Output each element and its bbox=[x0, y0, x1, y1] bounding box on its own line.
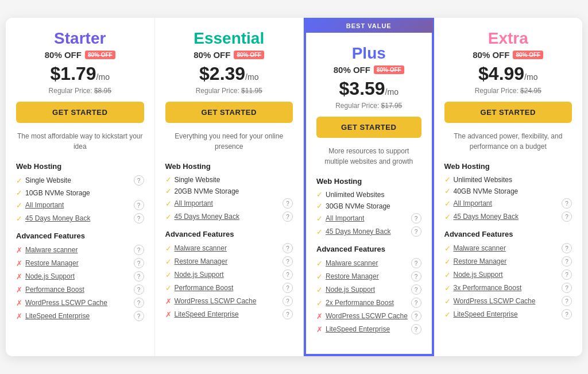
check-icon: ✓ bbox=[444, 244, 451, 253]
info-button[interactable]: ? bbox=[283, 243, 293, 253]
feature-name: All Important bbox=[454, 199, 492, 207]
cta-button-plus[interactable]: GET STARTED bbox=[316, 117, 421, 138]
check-icon: ✓ bbox=[444, 271, 451, 279]
info-button[interactable]: ? bbox=[134, 175, 144, 186]
regular-price-value: $8.95 bbox=[94, 87, 111, 95]
info-button[interactable]: ? bbox=[411, 271, 421, 282]
info-button[interactable]: ? bbox=[411, 324, 421, 334]
info-button[interactable]: ? bbox=[283, 296, 293, 306]
info-button[interactable]: ? bbox=[562, 269, 572, 280]
feature-item: ✓ All Important ? bbox=[165, 198, 293, 209]
cross-icon: ✗ bbox=[16, 299, 22, 307]
feature-left: ✓ 3x Performance Boost bbox=[444, 284, 522, 292]
info-button[interactable]: ? bbox=[562, 296, 572, 306]
feature-item: ✓ Restore Manager ? bbox=[444, 256, 572, 267]
regular-price-value: $17.95 bbox=[381, 102, 403, 110]
feature-left: ✓ 10GB NVMe Storage bbox=[16, 188, 90, 197]
discount-badge-starter: 80% OFF 80% OFF bbox=[16, 50, 144, 60]
discount-badge-plus: 80% OFF 80% OFF bbox=[316, 65, 421, 75]
web-feature-list-starter: ✓ Single Website ? ✓ 10GB NVMe Storage ✓… bbox=[16, 175, 144, 223]
feature-left: ✗ WordPress LSCWP Cache bbox=[16, 299, 107, 307]
feature-left: ✓ Node.js Support bbox=[444, 271, 503, 279]
feature-item: ✓ 10GB NVMe Storage bbox=[16, 188, 144, 197]
info-button[interactable]: ? bbox=[134, 311, 144, 321]
feature-item: ✓ Unlimited Websites bbox=[316, 190, 421, 199]
info-button[interactable]: ? bbox=[562, 211, 572, 222]
feature-item: ✓ 45 Days Money Back ? bbox=[165, 211, 293, 222]
advanced-feature-list-extra: ✓ Malware scanner ? ✓ Restore Manager ? … bbox=[444, 243, 572, 319]
feature-item: ✓ Malware scanner ? bbox=[444, 243, 572, 253]
info-button[interactable]: ? bbox=[134, 271, 144, 282]
plan-desc-extra: The advanced power, flexibility, and per… bbox=[444, 131, 572, 154]
feature-left: ✓ Malware scanner bbox=[316, 259, 378, 268]
feature-name: All Important bbox=[326, 214, 364, 222]
info-button[interactable]: ? bbox=[562, 198, 572, 209]
plan-name-extra: Extra bbox=[444, 29, 572, 48]
info-button[interactable]: ? bbox=[283, 256, 293, 267]
check-icon: ✓ bbox=[444, 284, 451, 292]
feature-item: ✓ Node.js Support ? bbox=[444, 269, 572, 280]
cta-button-extra[interactable]: GET STARTED bbox=[444, 102, 572, 123]
feature-left: ✓ Performance Boost bbox=[165, 284, 234, 292]
info-button[interactable]: ? bbox=[562, 256, 572, 267]
feature-name: LiteSpeed Enterprise bbox=[326, 325, 390, 333]
info-button[interactable]: ? bbox=[134, 245, 144, 255]
info-button[interactable]: ? bbox=[283, 211, 293, 222]
info-button[interactable]: ? bbox=[283, 269, 293, 280]
regular-price-plus: Regular Price: $17.95 bbox=[316, 102, 421, 110]
info-button[interactable]: ? bbox=[283, 283, 293, 293]
feature-left: ✓ Node.js Support bbox=[316, 286, 375, 294]
info-button[interactable]: ? bbox=[134, 200, 144, 210]
feature-item: ✗ Restore Manager ? bbox=[16, 258, 144, 268]
check-icon: ✓ bbox=[444, 187, 451, 195]
info-button[interactable]: ? bbox=[562, 309, 572, 319]
discount-badge-extra: 80% OFF 80% OFF bbox=[444, 50, 572, 60]
check-icon: ✓ bbox=[316, 228, 323, 236]
feature-left: ✓ 20GB NVMe Storage bbox=[165, 187, 239, 195]
discount-strikethrough: 80% OFF bbox=[85, 51, 115, 59]
feature-name: 20GB NVMe Storage bbox=[175, 187, 239, 195]
info-button[interactable]: ? bbox=[134, 298, 144, 308]
info-button[interactable]: ? bbox=[283, 198, 293, 209]
check-icon: ✓ bbox=[165, 199, 172, 208]
feature-left: ✗ WordPress LSCWP Cache bbox=[316, 312, 408, 321]
feature-left: ✓ Single Website bbox=[165, 175, 220, 184]
info-button[interactable]: ? bbox=[411, 213, 421, 223]
cross-icon: ✗ bbox=[16, 272, 22, 281]
feature-left: ✓ LiteSpeed Enterprise bbox=[444, 310, 518, 319]
cross-icon: ✗ bbox=[316, 325, 323, 334]
feature-left: ✗ Restore Manager bbox=[16, 259, 79, 268]
info-button[interactable]: ? bbox=[411, 298, 421, 308]
info-button[interactable]: ? bbox=[411, 226, 421, 237]
info-button[interactable]: ? bbox=[411, 311, 421, 321]
check-icon: ✓ bbox=[16, 214, 22, 223]
feature-name: Restore Manager bbox=[175, 257, 228, 265]
info-button[interactable]: ? bbox=[134, 213, 144, 223]
discount-badge-essential: 80% OFF 80% OFF bbox=[165, 50, 293, 60]
feature-item: ✓ LiteSpeed Enterprise ? bbox=[444, 309, 572, 319]
plan-card-starter: Starter 80% OFF 80% OFF $1.79/mo Regular… bbox=[6, 18, 155, 356]
info-button[interactable]: ? bbox=[411, 258, 421, 268]
feature-left: ✓ Malware scanner bbox=[444, 244, 506, 253]
advanced-features-title-extra: Advanced Features bbox=[444, 230, 572, 238]
info-button[interactable]: ? bbox=[134, 284, 144, 295]
feature-item: ✓ Malware scanner ? bbox=[165, 243, 293, 253]
info-button[interactable]: ? bbox=[562, 243, 572, 253]
discount-strikethrough: 80% OFF bbox=[374, 65, 404, 74]
info-button[interactable]: ? bbox=[283, 309, 293, 319]
feature-left: ✓ Single Website bbox=[16, 176, 71, 185]
price-row-starter: $1.79/mo bbox=[16, 63, 144, 84]
feature-item: ✗ WordPress LSCWP Cache ? bbox=[16, 298, 144, 308]
price-row-plus: $3.59/mo bbox=[316, 78, 421, 99]
info-button[interactable]: ? bbox=[134, 258, 144, 268]
info-button[interactable]: ? bbox=[562, 283, 572, 293]
cta-button-essential[interactable]: GET STARTED bbox=[165, 102, 293, 123]
check-icon: ✓ bbox=[444, 310, 451, 319]
feature-left: ✓ Restore Manager bbox=[165, 257, 228, 266]
info-button[interactable]: ? bbox=[411, 284, 421, 295]
plan-featured-wrapper: BEST VALUEPlus 80% OFF 80% OFF $3.59/mo … bbox=[304, 18, 434, 356]
regular-price-starter: Regular Price: $8.95 bbox=[16, 87, 144, 95]
feature-name: Unlimited Websites bbox=[326, 191, 384, 199]
cta-button-starter[interactable]: GET STARTED bbox=[16, 102, 144, 123]
cross-icon: ✗ bbox=[165, 310, 172, 319]
